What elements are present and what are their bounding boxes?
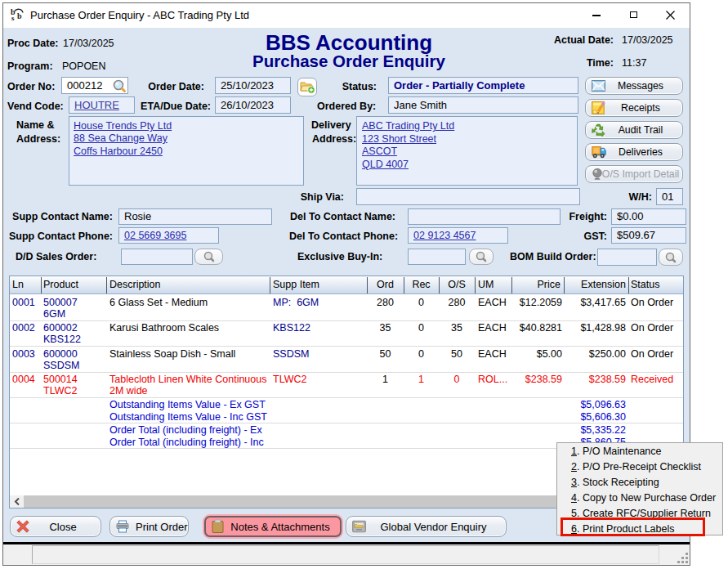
svg-text:b: b	[17, 11, 22, 20]
svg-text:s: s	[11, 14, 15, 21]
